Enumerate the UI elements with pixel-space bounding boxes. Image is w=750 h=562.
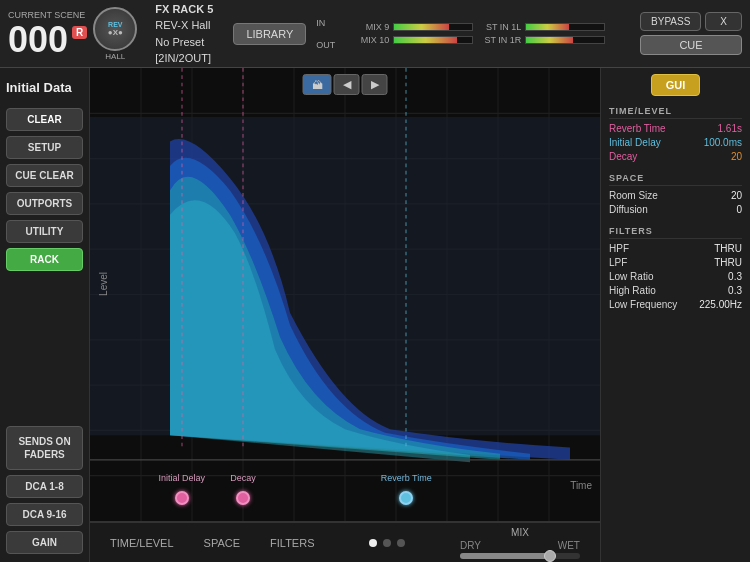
hpf-val: THRU — [714, 243, 742, 254]
panel-row-diffusion: Diffusion 0 — [609, 204, 742, 215]
mix-slider-fill — [460, 553, 550, 559]
fx-info: FX RACK 5 REV-X Hall No Preset [2IN/2OUT… — [145, 0, 223, 67]
tab-space[interactable]: SPACE — [204, 537, 240, 549]
current-scene-label: CURRENT SCENE — [8, 10, 87, 20]
scene-badge: R — [72, 26, 87, 39]
meter-stin1l-label: ST IN 1L — [481, 22, 521, 32]
decay-dot[interactable] — [236, 491, 250, 505]
cue-clear-button[interactable]: CUE CLEAR — [6, 164, 83, 187]
meter-stin1r-fill — [526, 37, 573, 43]
initial-delay-val: 100.0ms — [704, 137, 742, 148]
fx-config: [2IN/2OUT] — [155, 50, 213, 67]
tab-group: TIME/LEVEL SPACE FILTERS — [110, 537, 314, 549]
utility-button[interactable]: UTILITY — [6, 220, 83, 243]
outports-button[interactable]: OUTPORTS — [6, 192, 83, 215]
meter-stin1r: ST IN 1R — [481, 35, 605, 45]
center-area: 🏔 ◀ ▶ — [90, 68, 600, 562]
rev-logo: REV ●X● — [93, 7, 137, 51]
panel-row-reverb-time: Reverb Time 1.61s — [609, 123, 742, 134]
graph-tool-mountain[interactable]: 🏔 — [303, 74, 332, 95]
meter-mix9-label: MIX 9 — [349, 22, 389, 32]
meter-mix9: MIX 9 — [349, 22, 473, 32]
setup-button[interactable]: SETUP — [6, 136, 83, 159]
clear-button[interactable]: CLEAR — [6, 108, 83, 131]
initial-delay-label: Initial Delay — [159, 473, 206, 483]
high-ratio-key: High Ratio — [609, 285, 656, 296]
top-bar: CURRENT SCENE 000 R REV ●X● HALL FX RACK… — [0, 0, 750, 68]
reverb-time-key: Reverb Time — [609, 123, 666, 134]
mix-label-row: DRY WET — [460, 540, 580, 551]
initial-delay-dot[interactable] — [175, 491, 189, 505]
reverb-time-val: 1.61s — [718, 123, 742, 134]
panel-section-time-level: TIME/LEVEL Reverb Time 1.61s Initial Del… — [601, 102, 750, 169]
lpf-val: THRU — [714, 257, 742, 268]
meter-mix9-bar — [393, 23, 473, 31]
gain-button[interactable]: GAIN — [6, 531, 83, 554]
panel-title-space: SPACE — [609, 173, 742, 186]
out-label: OUT — [316, 40, 335, 50]
high-ratio-val: 0.3 — [728, 285, 742, 296]
panel-row-room-size: Room Size 20 — [609, 190, 742, 201]
panel-section-space: SPACE Room Size 20 Diffusion 0 — [601, 169, 750, 222]
tab-time-level[interactable]: TIME/LEVEL — [110, 537, 174, 549]
dca2-button[interactable]: DCA 9-16 — [6, 503, 83, 526]
mix-slider[interactable] — [460, 553, 580, 559]
tab-filters[interactable]: FILTERS — [270, 537, 314, 549]
panel-row-hpf: HPF THRU — [609, 243, 742, 254]
low-freq-key: Low Frequency — [609, 299, 677, 310]
panel-title-time-level: TIME/LEVEL — [609, 106, 742, 119]
panel-row-low-freq: Low Frequency 225.00Hz — [609, 299, 742, 310]
bypass-button[interactable]: BYPASS — [640, 12, 701, 31]
right-panel: GUI TIME/LEVEL Reverb Time 1.61s Initial… — [600, 68, 750, 562]
gui-button[interactable]: GUI — [651, 74, 701, 96]
graph-toolbar: 🏔 ◀ ▶ — [303, 74, 388, 95]
decay-key: Decay — [609, 151, 637, 162]
scene-info: CURRENT SCENE 000 R — [8, 10, 87, 58]
in-out-labels: IN OUT — [312, 0, 339, 67]
mix-slider-thumb[interactable] — [544, 550, 556, 562]
initial-data-label: Initial Data — [6, 76, 83, 99]
wet-label: WET — [558, 540, 580, 551]
reverb-time-label: Reverb Time — [381, 473, 432, 483]
panel-section-filters: FILTERS HPF THRU LPF THRU Low Ratio 0.3 … — [601, 222, 750, 317]
x-button[interactable]: X — [705, 12, 742, 31]
diffusion-val: 0 — [736, 204, 742, 215]
meter-mix10: MIX 10 — [349, 35, 473, 45]
panel-row-decay: Decay 20 — [609, 151, 742, 162]
in-label: IN — [316, 18, 335, 28]
tab-dot-0[interactable] — [369, 539, 377, 547]
panel-row-initial-delay: Initial Delay 100.0ms — [609, 137, 742, 148]
hall-label: HALL — [93, 52, 137, 61]
library-section: LIBRARY — [223, 0, 312, 67]
tab-dot-1[interactable] — [383, 539, 391, 547]
graph-svg — [90, 68, 600, 521]
rev-logo-container: REV ●X● HALL — [93, 7, 137, 61]
graph-tool-next[interactable]: ▶ — [362, 74, 388, 95]
graph-tool-prev[interactable]: ◀ — [334, 74, 360, 95]
level-label: Level — [98, 272, 109, 296]
tab-dot-2[interactable] — [397, 539, 405, 547]
sends-on-faders-button[interactable]: SENDS ONFADERS — [6, 426, 83, 470]
fx-subtitle: REV-X Hall — [155, 17, 213, 34]
cue-button[interactable]: CUE — [640, 35, 742, 55]
dry-label: DRY — [460, 540, 481, 551]
library-button[interactable]: LIBRARY — [233, 23, 306, 45]
meter-stin1l-fill — [526, 24, 569, 30]
meter-stin1r-bar — [525, 36, 605, 44]
reverb-time-dot[interactable] — [399, 491, 413, 505]
panel-row-low-ratio: Low Ratio 0.3 — [609, 271, 742, 282]
mix-section: MIX DRY WET — [460, 527, 580, 559]
decay-label: Decay — [230, 473, 256, 483]
diffusion-key: Diffusion — [609, 204, 648, 215]
hpf-key: HPF — [609, 243, 629, 254]
low-ratio-val: 0.3 — [728, 271, 742, 282]
room-size-val: 20 — [731, 190, 742, 201]
panel-title-filters: FILTERS — [609, 226, 742, 239]
panel-row-lpf: LPF THRU — [609, 257, 742, 268]
rack-button[interactable]: RACK — [6, 248, 83, 271]
svg-rect-19 — [90, 117, 600, 435]
low-ratio-key: Low Ratio — [609, 271, 653, 282]
bottom-tabs: TIME/LEVEL SPACE FILTERS MIX DRY WET — [90, 522, 600, 562]
low-freq-val: 225.00Hz — [699, 299, 742, 310]
dca1-button[interactable]: DCA 1-8 — [6, 475, 83, 498]
